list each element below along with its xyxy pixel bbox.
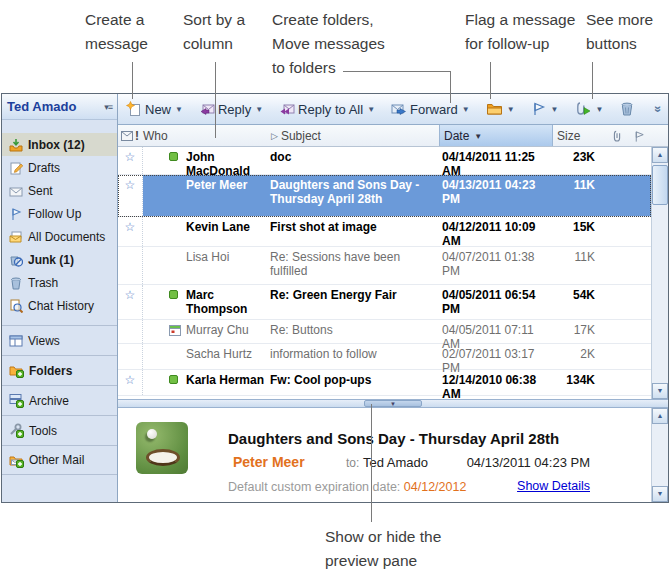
sidebar-section-tools[interactable]: Tools	[2, 415, 117, 445]
star-cell[interactable]: ☆	[118, 175, 143, 216]
dropdown-arrow-icon[interactable]: ▼	[462, 105, 470, 114]
junk-icon	[9, 253, 23, 267]
sidebar-item-junk[interactable]: Junk (1)	[2, 248, 117, 271]
message-row[interactable]: Sacha Hurtz information to follow 02/07/…	[118, 344, 651, 370]
folder-button[interactable]: ▼	[481, 98, 520, 120]
column-header-size[interactable]: Size	[553, 125, 609, 146]
message-row[interactable]: Lisa Hoi Re: Sessions have been fulfille…	[118, 247, 651, 285]
scrollbar-thumb[interactable]	[652, 165, 668, 205]
mailbox-owner: Ted Amado	[7, 99, 76, 114]
scroll-down-button[interactable]: ▼	[652, 486, 668, 502]
column-header-who[interactable]: Who	[143, 125, 271, 146]
dropdown-arrow-icon[interactable]: ▼	[367, 105, 375, 114]
preview-scrollbar[interactable]: ▲ ▼	[651, 408, 668, 502]
sidebar-section-archive[interactable]: Archive	[2, 385, 117, 415]
sidebar-section-other-mail[interactable]: Other Mail	[2, 445, 117, 475]
reply-to-all-button[interactable]: Reply to All▼	[274, 98, 380, 120]
sidebar-item-drafts[interactable]: Drafts	[2, 156, 117, 179]
column-header-subject[interactable]: ▷ Subject	[271, 125, 439, 146]
star-cell[interactable]: ☆	[118, 370, 143, 395]
star-cell[interactable]: ☆	[118, 147, 143, 174]
new-button[interactable]: New▼	[121, 98, 188, 120]
sender-name: John MacDonald	[186, 150, 250, 178]
sidebar-item-inbox[interactable]: Inbox (12)	[2, 133, 117, 156]
trash-button[interactable]	[614, 98, 640, 120]
list-scrollbar[interactable]: ▲ ▼	[651, 147, 668, 399]
message-date: 04/13/2011 04:23 PM	[438, 175, 552, 216]
copy-into-button[interactable]: ▼	[570, 98, 609, 120]
column-header-flags	[609, 125, 668, 146]
preview-splitter[interactable]: ▼	[118, 399, 668, 408]
message-subject: Re: Buttons	[270, 320, 438, 343]
trash-icon	[619, 101, 635, 117]
column-header-date[interactable]: Date ▼	[439, 125, 553, 146]
dropdown-arrow-icon[interactable]: ▼	[596, 105, 604, 114]
flag-button[interactable]: ▼	[526, 98, 564, 120]
column-header-message-type[interactable]: !	[118, 125, 143, 146]
sidebar-item-follow-up[interactable]: Follow Up	[2, 202, 117, 225]
importance-column-label: !	[135, 129, 139, 143]
tools-icon	[9, 423, 24, 438]
more-buttons-chevron-icon: »	[652, 106, 666, 113]
toolbar: New▼ Reply▼ Reply to All▼ Forward▼	[118, 94, 668, 125]
mailbox-header[interactable]: Ted Amado ▾≡	[2, 94, 117, 120]
mailbox-menu-icon[interactable]: ▾≡	[104, 102, 112, 112]
callout-line-folders-horizontal	[343, 71, 451, 72]
message-date: 12/14/2010 06:38 AM	[438, 370, 552, 395]
scroll-up-button[interactable]: ▲	[652, 147, 668, 163]
more-buttons-button[interactable]: »	[650, 99, 667, 119]
splitter-arrow-icon: ▼	[365, 401, 421, 407]
dropdown-arrow-icon[interactable]: ▼	[175, 105, 183, 114]
message-row[interactable]: ☆ Karla Herman Fw: Cool pop-ups 12/14/20…	[118, 370, 651, 396]
star-cell[interactable]	[118, 247, 143, 284]
star-icon: ☆	[125, 373, 136, 387]
message-row[interactable]: ☆ Kevin Lane First shot at image 04/12/2…	[118, 217, 651, 247]
dropdown-arrow-icon[interactable]: ▼	[551, 105, 559, 114]
sidebar-item-trash[interactable]: Trash	[2, 271, 117, 294]
preview-expiration: Default custom expiration date: 04/12/20…	[228, 480, 466, 494]
sender-name: Karla Herman	[186, 373, 264, 387]
star-cell[interactable]: ☆	[118, 217, 143, 246]
sidebar-item-all-documents[interactable]: All Documents	[2, 225, 117, 248]
annotation-create-folders: Create folders,Move messagesto folders	[272, 8, 385, 80]
message-row[interactable]: Murray Chu Re: Buttons 04/05/2011 07:11 …	[118, 320, 651, 344]
archive-icon	[9, 393, 24, 408]
forward-button[interactable]: Forward▼	[386, 98, 475, 120]
reply-icon	[199, 101, 215, 117]
sidebar-section-views[interactable]: Views	[2, 325, 117, 355]
message-subject: doc	[270, 147, 438, 174]
dropdown-arrow-icon[interactable]: ▼	[507, 105, 515, 114]
message-row[interactable]: ☆ Marc Thompson Re: Green Energy Fair 04…	[118, 285, 651, 320]
message-subject: First shot at image	[270, 217, 438, 246]
expiration-date: 04/12/2012	[404, 480, 467, 494]
preview-toggle-handle[interactable]: ▼	[364, 400, 422, 407]
expand-twisty-icon[interactable]: ▷	[271, 131, 278, 141]
scroll-down-button[interactable]: ▼	[652, 383, 668, 399]
preview-subject: Daughters and Sons Day - Thursday April …	[228, 430, 559, 447]
show-details-link[interactable]: Show Details	[517, 479, 590, 493]
sender-name: Marc Thompson	[186, 288, 248, 316]
sent-icon	[9, 184, 23, 198]
message-row[interactable]: ☆ John MacDonald doc 04/14/2011 11:25 AM…	[118, 147, 651, 175]
message-row-selected[interactable]: ☆ Peter Meer Daughters and Sons Day - Th…	[118, 175, 651, 217]
sort-descending-icon: ▼	[474, 132, 482, 141]
star-cell[interactable]	[118, 344, 143, 369]
sidebar-section-folders[interactable]: Folders	[2, 355, 117, 385]
star-icon: ☆	[125, 150, 136, 164]
callout-line-new	[132, 62, 133, 99]
sender-name: Kevin Lane	[186, 220, 250, 234]
star-cell[interactable]	[118, 320, 143, 343]
flag-column-icon[interactable]	[633, 130, 646, 143]
forward-icon	[391, 101, 407, 117]
sidebar-item-sent[interactable]: Sent	[2, 179, 117, 202]
dropdown-arrow-icon[interactable]: ▼	[255, 105, 263, 114]
reply-button[interactable]: Reply▼	[194, 98, 268, 120]
annotation-preview-toggle: Show or hide thepreview pane	[325, 525, 441, 573]
scroll-up-button[interactable]: ▲	[652, 408, 668, 424]
paperclip-icon[interactable]	[612, 130, 625, 143]
sidebar-item-chat-history[interactable]: Chat History	[2, 294, 117, 317]
callout-line-sort	[215, 62, 216, 138]
star-cell[interactable]: ☆	[118, 285, 143, 319]
message-size: 134K	[552, 370, 608, 395]
chat-history-icon	[9, 299, 23, 313]
